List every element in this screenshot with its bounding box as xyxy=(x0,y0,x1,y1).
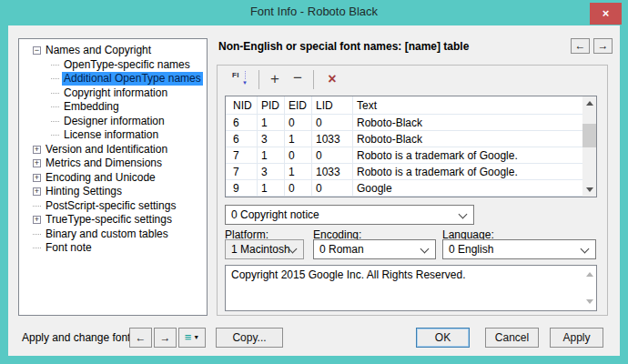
tree-item[interactable]: Copyright information xyxy=(19,86,207,101)
tree-item[interactable]: +TrueType-specific settings xyxy=(19,213,207,228)
arrow-left-icon: ← xyxy=(136,331,147,344)
tree-item-label: Designer information xyxy=(62,115,167,128)
table-cell: 1 xyxy=(258,115,285,131)
tree-item-label: Copyright information xyxy=(62,86,169,100)
tree-item[interactable]: OpenType-specific names xyxy=(19,58,207,73)
table-body-area: NIDPIDEIDLIDText 6100Roboto-Black6311033… xyxy=(226,96,582,197)
platform-value: 1 Macintosh xyxy=(231,243,290,256)
platform-select[interactable]: 1 Macintosh xyxy=(225,239,304,259)
collapse-icon[interactable]: − xyxy=(33,46,41,55)
tree-item-label: Names and Copyright xyxy=(44,44,153,57)
tree-item-label: Metrics and Dimensions xyxy=(44,157,164,170)
table-cell: 0 xyxy=(312,147,353,164)
table-cell: 3 xyxy=(258,164,285,180)
table-cell: 0 xyxy=(285,180,312,197)
tree-connector xyxy=(51,78,59,79)
tree-item[interactable]: Binary and custom tables xyxy=(19,228,207,242)
tree-item-label: TrueType-specific settings xyxy=(44,213,174,227)
record-type-select[interactable]: 0 Copyright notice xyxy=(225,205,474,225)
table-scrollbar[interactable] xyxy=(582,96,596,197)
table-cell: 1033 xyxy=(312,164,353,180)
tree-item-label: Binary and custom tables xyxy=(44,228,170,241)
name-text-value: Copyright 2015 Google Inc. All Rights Re… xyxy=(231,268,465,281)
table-row[interactable]: 6311033Roboto-Black xyxy=(226,131,582,147)
tree-item[interactable]: −Names and Copyright xyxy=(19,44,207,58)
scroll-up-icon[interactable] xyxy=(582,96,596,110)
language-select[interactable]: 0 English xyxy=(442,239,596,259)
table-row[interactable]: 9100Google xyxy=(226,180,582,197)
tree-item[interactable]: License information xyxy=(19,128,207,143)
column-header: Text xyxy=(353,96,582,115)
arrow-right-icon: → xyxy=(598,39,609,52)
header-forward-button[interactable]: → xyxy=(593,38,613,54)
tree-connector xyxy=(51,106,59,107)
tree-item[interactable]: PostScript-specific settings xyxy=(19,199,207,214)
ok-button[interactable]: OK xyxy=(416,328,470,348)
toolbar-separator xyxy=(313,70,314,89)
table-row[interactable]: 6100Roboto-Black xyxy=(226,115,582,131)
table-row[interactable]: 7100Roboto is a trademark of Google. xyxy=(226,147,582,164)
table-cell: 9 xyxy=(226,180,258,197)
scrollbar-thumb[interactable] xyxy=(582,124,596,147)
close-icon: × xyxy=(603,6,610,20)
tree-connector xyxy=(51,93,59,94)
expand-icon[interactable]: + xyxy=(33,187,41,196)
minus-icon: − xyxy=(293,69,302,86)
tree-connector xyxy=(33,234,41,235)
encoding-select[interactable]: 0 Roman xyxy=(313,239,436,259)
tree: −Names and CopyrightOpenType-specific na… xyxy=(18,38,208,316)
name-table-toolbar: FI ▼ + − × xyxy=(218,66,607,94)
name-text-field[interactable]: Copyright 2015 Google Inc. All Rights Re… xyxy=(225,265,597,311)
red-x-icon: × xyxy=(328,71,336,86)
tree-item[interactable]: +Encoding and Unicode xyxy=(19,171,207,186)
table-cell: 1 xyxy=(258,180,285,197)
add-record-button[interactable]: + xyxy=(265,68,285,91)
expand-icon[interactable]: + xyxy=(33,174,41,182)
expand-icon[interactable]: + xyxy=(33,146,41,154)
expand-icon[interactable]: + xyxy=(33,216,41,224)
tree-item[interactable]: Embedding xyxy=(19,100,207,115)
next-font-button[interactable]: → xyxy=(154,328,177,348)
tree-item[interactable]: Additional OpenType names xyxy=(19,72,207,86)
scroll-down-icon[interactable] xyxy=(582,183,596,197)
table-cell: 3 xyxy=(258,131,285,147)
tree-item[interactable]: Font note xyxy=(19,241,207,256)
header-back-button[interactable]: ← xyxy=(571,38,590,54)
table-cell: 0 xyxy=(312,115,353,131)
tree-item[interactable]: Designer information xyxy=(19,115,207,129)
tree-item-label: OpenType-specific names xyxy=(62,58,192,72)
prev-font-button[interactable]: ← xyxy=(129,328,152,348)
expand-icon[interactable]: + xyxy=(33,159,41,167)
scroll-up-icon xyxy=(586,272,593,277)
tree-connector xyxy=(33,206,41,207)
table-cell: Google xyxy=(353,180,582,197)
column-header: PID xyxy=(258,96,285,115)
scroll-down-icon xyxy=(586,299,593,304)
toolbar-separator xyxy=(258,70,259,89)
close-button[interactable]: × xyxy=(590,3,622,25)
tree-item[interactable]: +Version and Identification xyxy=(19,143,207,157)
tree-item[interactable]: +Hinting Settings xyxy=(19,185,207,199)
table-cell: 6 xyxy=(226,131,258,147)
table-cell: 1033 xyxy=(312,131,353,147)
tree-item[interactable]: +Metrics and Dimensions xyxy=(19,157,207,171)
table-cell: 1 xyxy=(285,131,312,147)
apply-button[interactable]: Apply xyxy=(550,328,603,348)
titlebar[interactable]: Font Info - Roboto Black × xyxy=(0,0,628,25)
copy-button[interactable]: Copy... xyxy=(216,328,283,348)
tree-connector xyxy=(51,65,59,66)
fi-dropdown-button[interactable]: FI ▼ xyxy=(226,68,253,91)
dialog-body: −Names and CopyrightOpenType-specific na… xyxy=(8,25,620,356)
table-body: 6100Roboto-Black6311033Roboto-Black7100R… xyxy=(226,115,582,197)
cancel-button[interactable]: Cancel xyxy=(485,328,539,348)
font-info-window: Font Info - Roboto Black × −Names and Co… xyxy=(0,0,628,364)
tree-item-label: Font note xyxy=(44,241,94,255)
table-cell: 0 xyxy=(285,115,312,131)
column-header: NID xyxy=(226,96,258,115)
font-list-menu-button[interactable]: ≡▼ xyxy=(178,328,206,348)
remove-record-button[interactable]: − xyxy=(288,68,308,91)
table-cell: 1 xyxy=(285,164,312,180)
delete-all-button[interactable]: × xyxy=(319,68,345,91)
table-row[interactable]: 7311033Roboto is a trademark of Google. xyxy=(226,164,582,180)
encoding-value: 0 Roman xyxy=(319,243,364,256)
